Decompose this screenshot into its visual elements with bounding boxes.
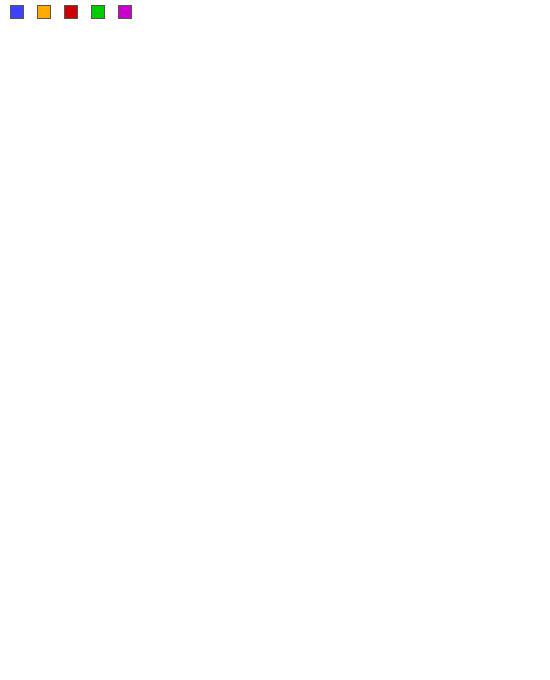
legend [5,5,545,19]
rejected-color-box [64,5,78,19]
accepted-color-box [10,5,24,19]
spooled-color-box [118,5,132,19]
missing-color-box [91,5,105,19]
bars-area [150,25,545,673]
legend-missing [91,5,108,19]
y-axis-labels [5,25,150,673]
refused-color-box [37,5,51,19]
legend-rejected [64,5,81,19]
legend-accepted [10,5,27,19]
chart-container [0,0,550,680]
legend-spooled [118,5,135,19]
legend-refused [37,5,54,19]
